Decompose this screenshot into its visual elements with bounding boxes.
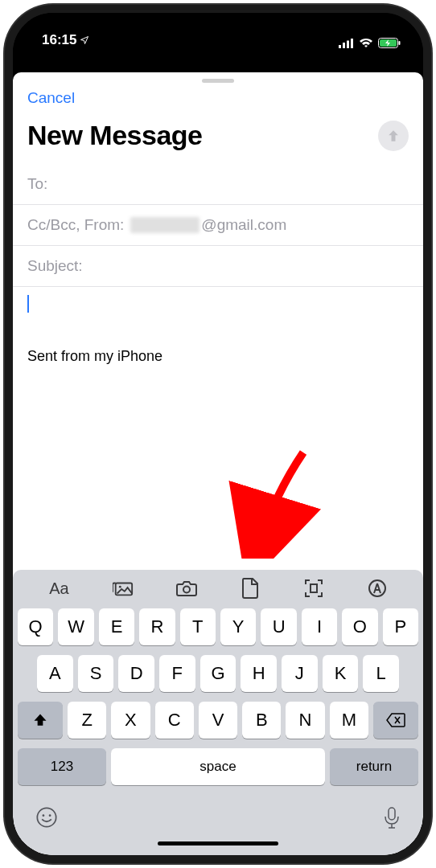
key-h[interactable]: H: [241, 655, 277, 692]
subject-field[interactable]: Subject:: [13, 246, 423, 287]
markup-icon: [368, 579, 387, 598]
svg-point-8: [118, 586, 121, 588]
notch: [134, 13, 302, 35]
time-label: 16:15: [42, 32, 76, 48]
svg-point-13: [43, 814, 45, 817]
svg-rect-1: [343, 43, 345, 48]
annotation-arrow-icon: [227, 446, 323, 559]
key-x[interactable]: X: [111, 702, 150, 739]
to-input[interactable]: [47, 175, 409, 193]
svg-rect-2: [347, 40, 349, 48]
key-t[interactable]: T: [180, 608, 216, 645]
backspace-key[interactable]: [373, 702, 418, 739]
svg-rect-3: [351, 39, 353, 48]
key-d[interactable]: D: [118, 655, 154, 692]
emoji-button[interactable]: [35, 806, 58, 833]
keyboard: Q W E R T Y U I O P A S D F G H: [13, 604, 423, 855]
keyboard-row-2: A S D F G H J K L: [18, 655, 418, 692]
key-n[interactable]: N: [286, 702, 324, 739]
key-z[interactable]: Z: [68, 702, 106, 739]
svg-rect-10: [311, 584, 317, 592]
keyboard-row-3: Z X C V B N M: [18, 702, 418, 739]
key-b[interactable]: B: [242, 702, 281, 739]
numeric-key[interactable]: 123: [18, 748, 106, 785]
to-field[interactable]: To:: [13, 164, 423, 205]
format-text-button[interactable]: Aa: [49, 578, 70, 599]
key-m[interactable]: M: [330, 702, 368, 739]
key-v[interactable]: V: [199, 702, 237, 739]
subject-label: Subject:: [27, 257, 83, 275]
send-button[interactable]: [378, 121, 409, 151]
key-s[interactable]: S: [78, 655, 114, 692]
battery-charging-icon: [378, 38, 401, 48]
attach-document-button[interactable]: [240, 578, 261, 599]
camera-button[interactable]: [176, 578, 197, 599]
cancel-button[interactable]: Cancel: [27, 89, 75, 107]
camera-icon: [176, 579, 197, 597]
phone-frame: 16:15 Cancel New Message To:: [5, 5, 431, 863]
key-a[interactable]: A: [37, 655, 73, 692]
shift-icon: [32, 712, 48, 728]
space-key[interactable]: space: [111, 748, 325, 785]
svg-point-12: [37, 808, 56, 826]
keyboard-footer: [18, 795, 418, 833]
key-q[interactable]: Q: [18, 608, 53, 645]
key-y[interactable]: Y: [220, 608, 256, 645]
backspace-icon: [386, 713, 405, 727]
markup-button[interactable]: [367, 578, 388, 599]
location-icon: [80, 35, 89, 45]
keyboard-row-4: 123 space return: [18, 748, 418, 785]
ccbcc-field[interactable]: Cc/Bcc, From: @gmail.com: [13, 205, 423, 246]
key-f[interactable]: F: [159, 655, 195, 692]
key-p[interactable]: P: [383, 608, 418, 645]
key-e[interactable]: E: [99, 608, 134, 645]
key-g[interactable]: G: [200, 655, 237, 692]
microphone-icon: [383, 806, 401, 830]
to-label: To:: [27, 175, 47, 193]
key-u[interactable]: U: [261, 608, 296, 645]
title-row: New Message: [13, 110, 423, 164]
scan-document-button[interactable]: [303, 578, 324, 599]
svg-rect-0: [339, 45, 341, 48]
header: Cancel: [13, 88, 423, 110]
shift-key[interactable]: [18, 702, 63, 739]
signature-text: Sent from my iPhone: [27, 348, 409, 365]
body-area[interactable]: Sent from my iPhone: [13, 287, 423, 570]
photo-library-button[interactable]: [113, 578, 134, 599]
photo-library-icon: [113, 579, 134, 597]
key-o[interactable]: O: [342, 608, 377, 645]
keyboard-row-1: Q W E R T Y U I O P: [18, 608, 418, 645]
compose-sheet: Cancel New Message To: Cc/Bcc, From: @gm…: [13, 72, 423, 855]
status-time: 16:15: [42, 32, 89, 48]
key-w[interactable]: W: [58, 608, 93, 645]
svg-point-9: [183, 587, 190, 593]
key-k[interactable]: K: [323, 655, 359, 692]
key-j[interactable]: J: [282, 655, 318, 692]
key-c[interactable]: C: [155, 702, 194, 739]
scan-icon: [304, 579, 323, 598]
svg-point-14: [49, 814, 51, 817]
page-title: New Message: [27, 120, 203, 151]
ccbcc-label: Cc/Bcc, From:: [27, 216, 124, 234]
return-key[interactable]: return: [330, 748, 418, 785]
svg-rect-15: [389, 808, 395, 820]
arrow-up-icon: [385, 128, 401, 144]
sheet-handle-icon[interactable]: [202, 79, 234, 83]
cellular-icon: [339, 39, 354, 48]
svg-rect-6: [399, 41, 401, 45]
subject-input[interactable]: [83, 257, 409, 275]
key-i[interactable]: I: [302, 608, 337, 645]
document-icon: [241, 578, 259, 599]
key-l[interactable]: L: [363, 655, 399, 692]
text-cursor-icon: [27, 295, 29, 313]
emoji-icon: [35, 806, 58, 829]
keyboard-toolbar: Aa: [13, 570, 423, 604]
redacted-email-prefix: [130, 217, 199, 233]
from-domain: @gmail.com: [201, 216, 286, 234]
key-r[interactable]: R: [139, 608, 175, 645]
status-icons: [339, 38, 401, 48]
wifi-icon: [359, 38, 373, 48]
home-indicator[interactable]: [158, 841, 278, 845]
screen: 16:15 Cancel New Message To:: [13, 13, 423, 855]
dictation-button[interactable]: [383, 806, 401, 833]
